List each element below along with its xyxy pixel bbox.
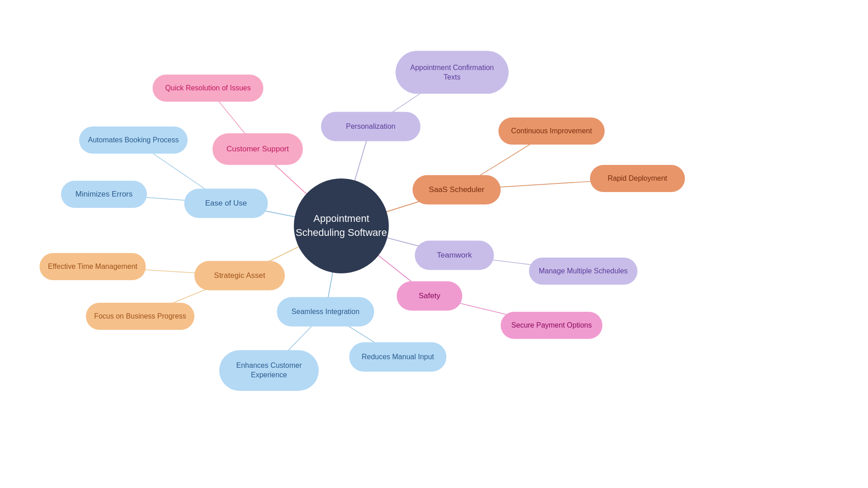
personalization-node: Personalization [321,112,420,141]
focus-business-node: Focus on Business Progress [86,303,194,330]
minimizes-errors-node: Minimizes Errors [61,181,147,208]
continuous-improvement-node: Continuous Improvement [499,117,605,145]
strategic-asset-node: Strategic Asset [194,261,285,291]
saas-scheduler-node: SaaS Scheduler [413,175,501,205]
quick-resolution-node: Quick Resolution of Issues [153,75,264,102]
seamless-integration-node: Seamless Integration [277,297,374,327]
teamwork-node: Teamwork [415,241,494,270]
reduces-manual-node: Reduces Manual Input [349,343,447,372]
manage-schedules-node: Manage Multiple Schedules [529,258,637,285]
secure-payment-node: Secure Payment Options [501,312,603,339]
automates-booking-node: Automates Booking Process [79,127,188,154]
enhances-customer-node: Enhances Customer Experience [219,350,319,391]
ease-of-use-node: Ease of Use [184,189,268,218]
center-node: Appointment Scheduling Software [294,178,389,273]
rapid-deployment-node: Rapid Deployment [590,165,685,192]
customer-support-node: Customer Support [212,133,303,165]
effective-time-node: Effective Time Management [40,253,146,280]
appointment-confirmation-node: Appointment Confirmation Texts [396,51,509,94]
mind-map: Appointment Scheduling SoftwarePersonali… [0,0,868,488]
safety-node: Safety [397,282,462,311]
